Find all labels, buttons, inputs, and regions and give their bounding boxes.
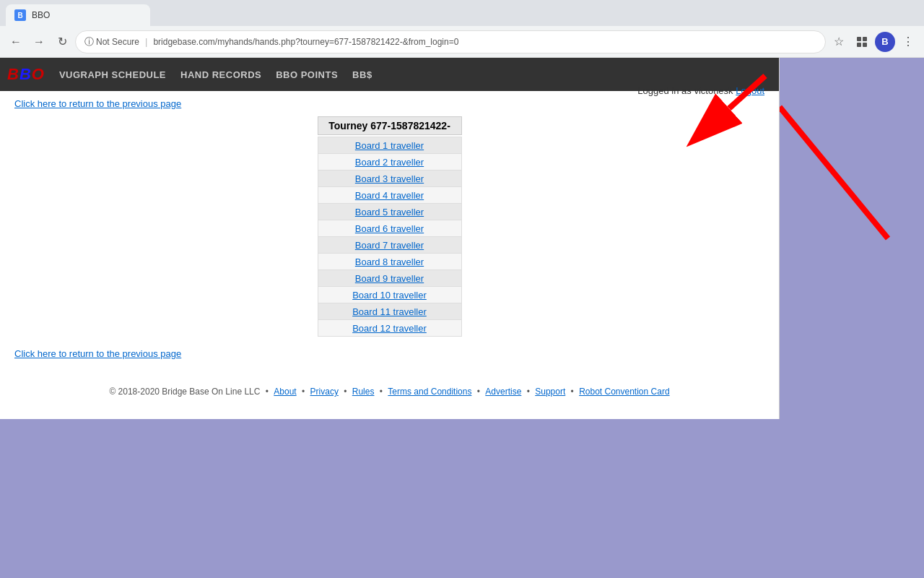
extensions-button[interactable] <box>852 32 872 52</box>
footer-links: © 2018-2020 Bridge Base On Line LLC • Ab… <box>14 387 764 397</box>
bookmark-button[interactable]: ☆ <box>829 32 849 52</box>
board-item: Board 6 traveller <box>318 220 462 237</box>
svg-rect-3 <box>863 43 867 47</box>
back-to-previous-bottom[interactable]: Click here to return to the previous pag… <box>14 348 181 359</box>
board-item: Board 1 traveller <box>318 137 462 154</box>
tab-favicon: B <box>14 9 26 21</box>
copyright: © 2018-2020 Bridge Base On Line LLC <box>109 387 260 397</box>
board-item: Board 3 traveller <box>318 171 462 187</box>
tab-bar: B BBO <box>0 0 924 26</box>
url-display: bridgebase.com/myhands/hands.php?tourney… <box>153 37 458 47</box>
board-link-3[interactable]: Board 3 traveller <box>355 173 424 184</box>
board-item: Board 9 traveller <box>318 270 462 287</box>
reload-button[interactable]: ↻ <box>52 32 72 52</box>
nav-bbo-points[interactable]: BBO POINTS <box>276 69 338 80</box>
board-item: Board 10 traveller <box>318 287 462 303</box>
tourney-section: Tourney 677-1587821422- Board 1 travelle… <box>14 116 764 337</box>
board-link-4[interactable]: Board 4 traveller <box>355 190 424 201</box>
sep4: • <box>380 387 385 397</box>
board-item: Board 12 traveller <box>318 320 462 337</box>
board-item: Board 8 traveller <box>318 254 462 270</box>
footer-privacy[interactable]: Privacy <box>310 387 339 397</box>
nav-vugraph-schedule[interactable]: VUGRAPH SCHEDULE <box>59 69 166 80</box>
nav-bbs[interactable]: BB$ <box>352 69 372 80</box>
active-tab[interactable]: B BBO <box>6 4 150 26</box>
board-link-2[interactable]: Board 2 traveller <box>355 157 424 168</box>
svg-rect-1 <box>863 37 867 41</box>
tab-title: BBO <box>32 10 50 20</box>
board-item: Board 4 traveller <box>318 187 462 204</box>
board-item: Board 2 traveller <box>318 154 462 171</box>
toolbar-right: ☆ B ⋮ <box>829 32 918 52</box>
website-frame: BBO VUGRAPH SCHEDULE HAND RECORDS BBO PO… <box>0 58 780 419</box>
footer-robot-convention-card[interactable]: Robot Convention Card <box>579 387 669 397</box>
footer-terms[interactable]: Terms and Conditions <box>388 387 471 397</box>
sep7: • <box>571 387 577 397</box>
back-button[interactable]: ← <box>6 32 26 52</box>
sep1: • <box>266 387 271 397</box>
back-to-previous-top[interactable]: Click here to return to the previous pag… <box>14 98 181 109</box>
board-list: Board 1 travellerBoard 2 travellerBoard … <box>318 137 462 337</box>
svg-rect-0 <box>857 37 861 41</box>
board-link-10[interactable]: Board 10 traveller <box>352 290 427 301</box>
board-item: Board 11 traveller <box>318 303 462 320</box>
board-link-7[interactable]: Board 7 traveller <box>355 240 424 251</box>
not-secure-indicator: ⓘ Not Secure <box>84 35 139 48</box>
separator: | <box>145 36 147 47</box>
footer-about[interactable]: About <box>274 387 296 397</box>
purple-sidebar <box>780 58 924 419</box>
board-item: Board 7 traveller <box>318 237 462 254</box>
footer-advertise[interactable]: Advertise <box>485 387 521 397</box>
address-bar[interactable]: ⓘ Not Secure | bridgebase.com/myhands/ha… <box>75 30 826 53</box>
menu-button[interactable]: ⋮ <box>898 32 918 52</box>
tourney-title: Tourney 677-1587821422- <box>318 116 462 135</box>
content-area: BBO VUGRAPH SCHEDULE HAND RECORDS BBO PO… <box>0 58 924 419</box>
not-secure-label: Not Secure <box>96 37 139 47</box>
logged-in-text: Logged in as victorlesk <box>637 85 733 96</box>
sep6: • <box>527 387 533 397</box>
board-link-8[interactable]: Board 8 traveller <box>355 256 424 267</box>
forward-button[interactable]: → <box>29 32 49 52</box>
sep3: • <box>344 387 349 397</box>
footer-section: © 2018-2020 Bridge Base On Line LLC • Ab… <box>14 374 764 397</box>
profile-button[interactable]: B <box>875 32 895 52</box>
red-arrow-purple-svg <box>780 58 924 275</box>
browser-chrome: B BBO ← → ↻ ⓘ Not Secure | bridgebase.co… <box>0 0 924 58</box>
board-link-1[interactable]: Board 1 traveller <box>355 140 424 151</box>
board-link-6[interactable]: Board 6 traveller <box>355 223 424 234</box>
sep2: • <box>302 387 308 397</box>
board-link-9[interactable]: Board 9 traveller <box>355 273 424 284</box>
nav-hand-records[interactable]: HAND RECORDS <box>180 69 261 80</box>
logged-in-bar: Logged in as victorlesk Logout <box>637 85 764 96</box>
board-link-5[interactable]: Board 5 traveller <box>355 207 424 217</box>
bbo-logo: BBO <box>7 65 45 84</box>
footer-support[interactable]: Support <box>535 387 565 397</box>
svg-line-6 <box>780 107 888 238</box>
board-link-12[interactable]: Board 12 traveller <box>352 323 427 334</box>
logout-link[interactable]: Logout <box>736 85 764 96</box>
sep5: • <box>477 387 483 397</box>
browser-toolbar: ← → ↻ ⓘ Not Secure | bridgebase.com/myha… <box>0 26 924 58</box>
board-link-11[interactable]: Board 11 traveller <box>352 306 427 317</box>
board-item: Board 5 traveller <box>318 204 462 220</box>
warning-icon: ⓘ <box>84 35 94 48</box>
page-content: Click here to return to the previous pag… <box>0 91 779 404</box>
footer-rules[interactable]: Rules <box>352 387 375 397</box>
svg-rect-2 <box>857 43 861 47</box>
